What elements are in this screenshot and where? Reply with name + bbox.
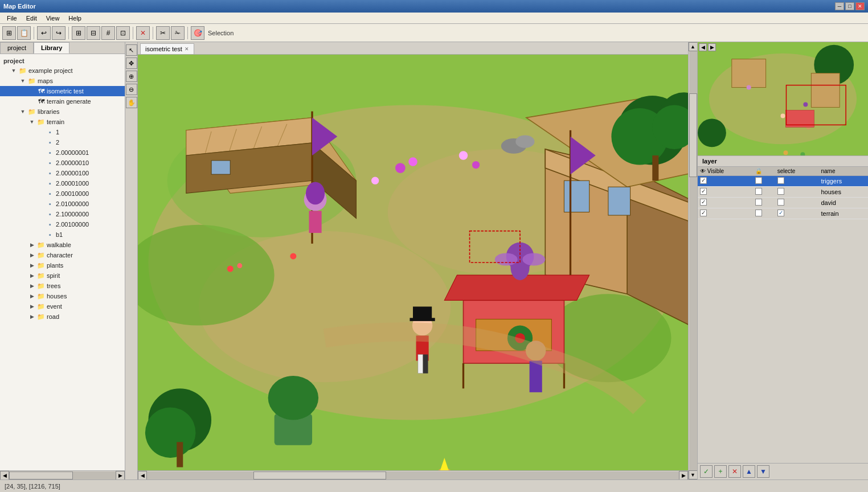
- tree-item-t5[interactable]: ▪ 2.00000100: [0, 168, 125, 178]
- tree-item-spirit[interactable]: ▶ 📁 spirit: [0, 270, 125, 281]
- tree-item-libraries[interactable]: ▼ 📁 libraries: [0, 106, 125, 117]
- layer-row-david[interactable]: david: [698, 198, 868, 208]
- tool-move-button[interactable]: ✥: [126, 58, 137, 69]
- toolbar-hash-button[interactable]: #: [101, 26, 115, 40]
- toolbar-grid1-button[interactable]: ⊞: [72, 26, 85, 40]
- layer-select-cell[interactable]: [775, 208, 819, 219]
- layer-select-cell[interactable]: [775, 187, 819, 198]
- minimize-button[interactable]: ─: [835, 2, 844, 10]
- expand-icon[interactable]: ▶: [27, 292, 36, 301]
- layer-down-button[interactable]: ▼: [757, 465, 769, 478]
- layer-visible-cell[interactable]: [698, 187, 753, 198]
- toolbar-new-button[interactable]: ⊞: [2, 26, 16, 40]
- tree-item-character[interactable]: ▶ 📁 character: [0, 250, 125, 260]
- lock-checkbox[interactable]: [755, 199, 762, 206]
- hscroll-track[interactable]: [147, 472, 679, 479]
- map-vscroll[interactable]: ▲ ▼: [688, 42, 697, 479]
- tree-item-maps[interactable]: ▼ 📁 maps: [0, 76, 125, 86]
- tool-arrow-button[interactable]: ↖: [126, 44, 137, 56]
- tree-item-trees[interactable]: ▶ 📁 trees: [0, 281, 125, 291]
- visible-checkbox[interactable]: [700, 210, 707, 216]
- tool-hand-button[interactable]: ✋: [126, 97, 137, 108]
- map-hscroll[interactable]: ◀ ▶: [138, 470, 688, 479]
- tab-close-icon[interactable]: ✕: [185, 46, 189, 52]
- toolbar-export-button[interactable]: ⊡: [116, 26, 130, 40]
- tree-item-t3[interactable]: ▪ 2.00000001: [0, 147, 125, 158]
- layer-table[interactable]: 👁 Visible 🔒 selecte name: [698, 167, 868, 463]
- tab-isometric-test[interactable]: isometric test ✕: [140, 43, 194, 54]
- toolbar-grid2-button[interactable]: ⊟: [87, 26, 100, 40]
- tree-item-t8[interactable]: ▪ 2.01000000: [0, 199, 125, 209]
- vscroll-track[interactable]: [689, 51, 697, 470]
- tree-item-t10[interactable]: ▪ 2.00100000: [0, 219, 125, 229]
- hscroll-right-button[interactable]: ▶: [679, 471, 688, 480]
- expand-icon[interactable]: [27, 97, 36, 106]
- hscroll-thumb[interactable]: [253, 472, 387, 479]
- expand-icon[interactable]: ▼: [18, 76, 27, 85]
- mini-collapse-button[interactable]: ◀: [699, 43, 707, 51]
- tree-item-terrain[interactable]: ▼ 📁 terrain: [0, 117, 125, 127]
- tree-item-isometric-test[interactable]: 🗺 isometric test: [0, 86, 125, 96]
- close-button[interactable]: ✕: [855, 2, 865, 10]
- toolbar-undo-button[interactable]: ↩: [37, 26, 51, 40]
- tree-item-terrain-generate[interactable]: 🗺 terrain generate: [0, 96, 125, 106]
- tree-item-road[interactable]: ▶ 📁 road: [0, 311, 125, 322]
- map-viewport[interactable]: [138, 55, 688, 470]
- menu-edit[interactable]: Edit: [22, 14, 42, 23]
- layer-row-houses[interactable]: houses: [698, 187, 868, 198]
- tool-zoom-in-button[interactable]: ⊕: [126, 71, 137, 82]
- expand-icon[interactable]: ▶: [27, 281, 36, 290]
- tab-library[interactable]: Library: [34, 42, 69, 54]
- vscroll-up-button[interactable]: ▲: [689, 42, 698, 51]
- layer-lock-cell[interactable]: [753, 208, 775, 219]
- lock-checkbox[interactable]: [755, 177, 762, 184]
- vscroll-thumb[interactable]: [689, 93, 697, 177]
- select-checkbox[interactable]: [777, 199, 784, 206]
- select-checkbox[interactable]: [777, 177, 784, 184]
- layer-check-button[interactable]: ✓: [700, 465, 713, 478]
- toolbar-delete-button[interactable]: ✕: [136, 26, 150, 40]
- scroll-track[interactable]: [9, 472, 116, 479]
- tree-item-example-project[interactable]: ▼ 📁 example project: [0, 65, 125, 76]
- toolbar-cut-button[interactable]: ✂: [156, 26, 170, 40]
- layer-lock-cell[interactable]: [753, 198, 775, 208]
- visible-checkbox[interactable]: [700, 188, 707, 195]
- expand-icon[interactable]: ▶: [27, 240, 36, 249]
- layer-visible-cell[interactable]: [698, 208, 753, 219]
- tool-zoom-out-button[interactable]: ⊖: [126, 84, 137, 95]
- toolbar-paste-button[interactable]: ✁: [171, 26, 185, 40]
- maximize-button[interactable]: □: [845, 2, 854, 10]
- expand-icon[interactable]: ▶: [27, 261, 36, 270]
- expand-icon[interactable]: ▶: [27, 271, 36, 280]
- tree-item-walkable[interactable]: ▶ 📁 walkable: [0, 240, 125, 250]
- scroll-right-button[interactable]: ▶: [116, 471, 125, 480]
- tree-item-plants[interactable]: ▶ 📁 plants: [0, 260, 125, 270]
- menu-help[interactable]: Help: [64, 14, 86, 23]
- menu-view[interactable]: View: [42, 14, 64, 23]
- tree-item-t7[interactable]: ▪ 2.00010000: [0, 188, 125, 199]
- expand-icon[interactable]: ▶: [27, 302, 36, 311]
- menu-file[interactable]: File: [2, 14, 22, 23]
- tree-item-houses[interactable]: ▶ 📁 houses: [0, 291, 125, 301]
- scroll-left-button[interactable]: ◀: [0, 471, 9, 480]
- expand-icon[interactable]: ▶: [27, 251, 36, 260]
- lock-checkbox[interactable]: [755, 188, 762, 195]
- expand-icon[interactable]: ▼: [9, 66, 18, 75]
- expand-icon[interactable]: ▼: [27, 117, 36, 126]
- tree-item-t2[interactable]: ▪ 2: [0, 137, 125, 147]
- mini-expand-button[interactable]: ▶: [708, 43, 716, 51]
- select-checkbox[interactable]: [777, 210, 784, 216]
- tree-item-t9[interactable]: ▪ 2.10000000: [0, 209, 125, 219]
- visible-checkbox[interactable]: [700, 177, 707, 184]
- lock-checkbox[interactable]: [755, 210, 762, 216]
- project-tree[interactable]: project ▼ 📁 example project ▼ 📁 maps 🗺 i…: [0, 54, 125, 470]
- layer-select-cell[interactable]: [775, 198, 819, 208]
- expand-icon[interactable]: ▼: [18, 107, 27, 116]
- expand-icon[interactable]: [27, 87, 36, 96]
- layer-delete-button[interactable]: ✕: [728, 465, 741, 478]
- layer-lock-cell[interactable]: [753, 176, 775, 187]
- toolbar-open-button[interactable]: 📋: [17, 26, 31, 40]
- tab-project[interactable]: project: [0, 42, 34, 54]
- layer-select-cell[interactable]: [775, 176, 819, 187]
- mini-map[interactable]: ◀ ▶: [698, 42, 868, 156]
